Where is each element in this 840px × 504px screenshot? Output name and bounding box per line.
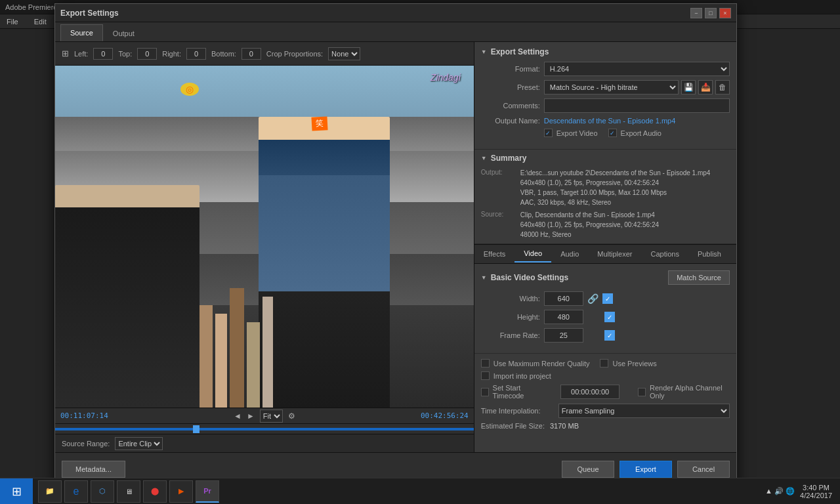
tab-source[interactable]: Source [60,24,103,41]
frame-rate-input[interactable] [544,328,583,343]
export-video-checkbox[interactable] [544,129,553,137]
export-settings-label: Export Settings [491,47,549,56]
menu-file[interactable]: File [3,18,22,26]
preview-scrubber[interactable] [55,423,474,434]
menu-edit[interactable]: Edit [30,18,51,26]
settings-icon[interactable]: ⚙ [288,411,295,421]
bvs-header: ▼ Basic Video Settings Match Source [481,270,730,285]
taskbar-media[interactable]: ▶ [169,480,193,503]
export-audio-label: Export Audio [621,129,662,137]
output-specs1: 640x480 (1.0), 25 fps, Progressive, 00:4… [520,178,730,188]
taskbar-explorer[interactable]: 📁 [38,480,62,503]
render-alpha-checkbox[interactable] [638,388,646,396]
comments-input[interactable] [544,98,730,113]
import-project-checkbox[interactable] [481,371,490,380]
output-name-label: Output Name: [481,117,540,125]
height-lock-checkbox[interactable]: ✓ [604,312,615,322]
scene-sign: 笑 [311,117,327,131]
preset-select[interactable]: Match Source - High bitrate [544,80,679,94]
taskbar-devices[interactable]: 🖥 [117,480,140,503]
format-select[interactable]: H.264 [544,62,730,76]
dialog-body: ⊞ Left: Top: Right: Bottom: Crop Proport… [55,42,736,452]
dialog-max-button[interactable]: □ [705,8,717,18]
total-time: 00:42:56:24 [421,411,469,420]
prev-frame-btn[interactable]: ◄ [234,411,242,421]
taskbar-premiere[interactable]: Pr [196,480,219,503]
metadata-button[interactable]: Metadata... [62,461,125,478]
tab-publish[interactable]: Publish [688,246,730,262]
frame-rate-lock-checkbox[interactable]: ✓ [604,330,615,341]
next-frame-btn[interactable]: ► [247,411,255,421]
start-button[interactable]: ⊞ [0,478,33,505]
crop-right-input[interactable] [186,48,206,60]
cancel-button[interactable]: Cancel [677,461,730,478]
export-button[interactable]: Export [620,461,672,478]
preset-row: Preset: Match Source - High bitrate 💾 📥 … [481,80,730,94]
delete-preset-btn[interactable]: 🗑 [715,80,730,94]
summary-table: Output: E:\desc...sun youtube 2\Descenda… [481,168,730,240]
tab-multiplexer[interactable]: Multiplexer [588,246,641,262]
width-lock-checkbox[interactable]: ✓ [602,293,613,304]
video-preview: 笑 ◎ Zindagi [55,66,474,408]
width-input[interactable] [544,291,583,306]
width-label: Width: [481,295,540,303]
start-timecode-label: Set Start Timecode [493,384,548,400]
preset-icons: 💾 📥 🗑 [681,80,730,94]
time-interp-select[interactable]: Frame Sampling [558,404,730,418]
bvs-triangle: ▼ [481,274,487,281]
tab-video[interactable]: Video [514,245,551,262]
import-preset-btn[interactable]: 📥 [698,80,713,94]
bottom-options: Use Maximum Render Quality Use Previews … [474,353,736,440]
fit-select[interactable]: Fit [260,410,283,423]
crop-proportions-select[interactable]: None [328,47,360,60]
crop-right-label: Right: [162,50,181,58]
crop-icon: ⊞ [62,49,69,58]
export-settings-header: ▼ Export Settings [481,47,730,56]
tab-audio[interactable]: Audio [551,246,588,262]
queue-button[interactable]: Queue [562,461,614,478]
format-control: H.264 [544,62,730,76]
taskbar-ie[interactable]: e [64,480,88,503]
crop-left-input[interactable] [93,48,113,60]
format-label: Format: [481,65,540,73]
source-range-bar: Source Range: Entire Clip [55,434,474,452]
max-render-option: Use Maximum Render Quality [481,359,590,368]
match-source-button[interactable]: Match Source [668,270,730,285]
import-project-option: Import into project [481,371,551,380]
start-timecode-input[interactable] [560,385,620,399]
preview-controls: ◄ ► Fit ⚙ [234,410,295,423]
start-timecode-checkbox[interactable] [481,388,489,396]
source-range-select[interactable]: Entire Clip [115,437,163,450]
options-row3: Set Start Timecode Render Alpha Channel … [481,384,730,400]
tab-captions[interactable]: Captions [641,246,688,262]
format-row: Format: H.264 [481,62,730,76]
filesize-label: Estimated File Size: [481,422,545,430]
save-preset-btn[interactable]: 💾 [681,80,696,94]
dialog-controls: − □ × [690,8,731,18]
source-value-cell: Clip, Descendants of the Sun - Episode 1… [520,207,730,240]
crop-top-input[interactable] [137,48,157,60]
footer-left: Metadata... [62,461,125,478]
system-tray: ▲ 🔊 🌐 [765,487,795,495]
render-alpha-option: Render Alpha Channel Only [638,384,730,400]
tab-output[interactable]: Output [103,25,144,41]
output-path: E:\desc...sun youtube 2\Descendants of t… [520,168,730,178]
dialog-min-button[interactable]: − [690,8,702,18]
time-interp-row: Time Interpolation: Frame Sampling [481,404,730,418]
crop-bottom-input[interactable] [242,48,261,60]
use-previews-checkbox[interactable] [600,359,608,368]
output-name-link[interactable]: Descendants of the Sun - Episode 1.mp4 [544,117,676,125]
ie-icon: e [70,486,82,497]
tab-effects[interactable]: Effects [474,246,514,262]
taskbar-bluetooth[interactable]: ⬡ [91,480,114,503]
taskbar: ⊞ 📁 e ⬡ 🖥 ⬤ ▶ Pr ▲ 🔊 🌐 3:40 PM 4/24/2017 [0,478,840,504]
export-audio-checkbox[interactable] [608,129,617,137]
output-name-control: Descendants of the Sun - Episode 1.mp4 [544,117,730,125]
max-render-checkbox[interactable] [481,359,490,368]
dialog-close-button[interactable]: × [719,8,731,18]
dialog-settings: ▼ Export Settings Format: H.264 Preset: [474,42,736,452]
taskbar-chrome[interactable]: ⬤ [143,480,167,503]
height-input[interactable] [544,310,583,324]
preset-label: Preset: [481,83,540,91]
crop-bar: ⊞ Left: Top: Right: Bottom: Crop Proport… [55,42,474,66]
